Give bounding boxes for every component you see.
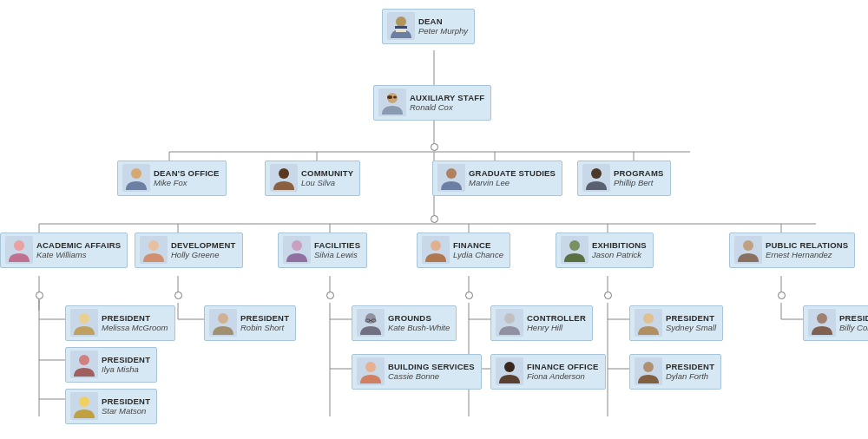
graduate-name: Marvin Lee [469, 178, 510, 187]
president-robin-box: PRESIDENT Robin Short [204, 305, 296, 341]
svg-point-91 [817, 313, 827, 324]
facilities-node: FACILITIES Silvia Lewis [278, 233, 367, 268]
controller-title: CONTROLLER [527, 313, 586, 323]
president-melissa-name: Melissa McGroom [102, 323, 168, 332]
svg-point-54 [591, 168, 602, 179]
finance-name: Lydia Chance [453, 250, 503, 259]
dean-avatar [387, 12, 415, 40]
deans-office-avatar [122, 164, 150, 192]
president-billy-box: PRESIDENT Billy Cordan [803, 305, 868, 341]
development-text: DEVELOPMENT Holly Greene [171, 240, 236, 259]
programs-text: PROGRAMS Phillip Bert [614, 168, 664, 187]
public-relations-box: PUBLIC RELATIONS Ernest Hernandez [729, 233, 855, 268]
president-ilya-title: PRESIDENT [102, 355, 150, 364]
grounds-box: GROUNDS Kate Bush-White [352, 305, 457, 341]
finance-office-avatar [496, 357, 523, 385]
finance-office-box: FINANCE OFFICE Fiona Anderson [490, 354, 606, 390]
development-circle [174, 292, 182, 299]
svg-point-81 [365, 362, 376, 372]
auxiliary-box: AUXILIARY STAFF Ronald Cox [373, 85, 491, 121]
building-services-title: BUILDING SERVICES [388, 362, 475, 371]
svg-point-68 [79, 313, 89, 324]
president-dylan-node: PRESIDENT Dylan Forth [629, 354, 721, 390]
community-avatar [270, 164, 298, 192]
deans-office-name: Mike Fox [154, 178, 187, 187]
controller-box: CONTROLLER Henry Hill [490, 305, 593, 341]
exhibitions-box: EXHIBITIONS Jason Patrick [556, 233, 654, 268]
public-relations-text: PUBLIC RELATIONS Ernest Hernandez [766, 240, 848, 259]
programs-box: PROGRAMS Phillip Bert [577, 161, 671, 196]
programs-node: PROGRAMS Phillip Bert [577, 161, 671, 196]
academic-circle [36, 292, 43, 299]
programs-title: PROGRAMS [614, 168, 664, 178]
svg-point-50 [279, 168, 289, 179]
public-relations-name: Ernest Hernandez [766, 250, 832, 259]
exhibitions-title: EXHIBITIONS [592, 240, 647, 250]
svg-point-72 [79, 396, 89, 407]
finance-office-node: FINANCE OFFICE Fiona Anderson [490, 354, 606, 390]
finance-node: FINANCE Lydia Chance [417, 233, 510, 268]
finance-office-title: FINANCE OFFICE [527, 362, 599, 371]
dean-box: DEAN Peter Murphy [382, 9, 475, 44]
president-ilya-box: PRESIDENT Ilya Misha [65, 347, 157, 383]
dean-title: DEAN [418, 16, 443, 26]
graduate-text: GRADUATE STUDIES Marvin Lee [469, 168, 556, 187]
exhibitions-node: EXHIBITIONS Jason Patrick [556, 233, 654, 268]
svg-point-83 [504, 313, 515, 324]
president-sydney-node: PRESIDENT Sydney Small [629, 305, 723, 341]
academic-title: ACADEMIC AFFAIRS [36, 240, 121, 250]
president-billy-name: Billy Cordan [839, 323, 868, 332]
president-ilya-avatar [70, 351, 98, 378]
svg-point-85 [504, 362, 515, 372]
president-ilya-text: PRESIDENT Ilya Misha [102, 355, 150, 374]
finance-avatar [422, 236, 450, 264]
development-name: Holly Greene [171, 250, 219, 259]
president-billy-node: PRESIDENT Billy Cordan [803, 305, 868, 341]
president-sydney-name: Sydney Small [666, 323, 716, 332]
svg-point-70 [79, 355, 89, 365]
facilities-box: FACILITIES Silvia Lewis [278, 233, 367, 268]
president-melissa-box: PRESIDENT Melissa McGroom [65, 305, 175, 341]
building-services-name: Cassie Bonne [388, 371, 439, 381]
president-dylan-text: PRESIDENT Dylan Forth [666, 362, 714, 381]
svg-point-62 [431, 240, 441, 251]
development-node: DEVELOPMENT Holly Greene [135, 233, 243, 268]
programs-name: Phillip Bert [614, 178, 653, 187]
president-melissa-avatar [70, 309, 98, 337]
president-billy-avatar [808, 309, 836, 337]
svg-point-89 [643, 362, 654, 372]
deans-office-text: DEAN'S OFFICE Mike Fox [154, 168, 220, 187]
exhibitions-text: EXHIBITIONS Jason Patrick [592, 240, 647, 259]
president-sydney-title: PRESIDENT [666, 313, 714, 323]
svg-rect-42 [395, 26, 407, 29]
president-robin-text: PRESIDENT Robin Short [240, 313, 289, 332]
svg-point-48 [131, 168, 141, 179]
president-star-node: PRESIDENT Star Matson [65, 389, 157, 424]
dean-text: DEAN Peter Murphy [418, 16, 468, 36]
finance-text: FINANCE Lydia Chance [453, 240, 503, 259]
president-star-name: Star Matson [102, 406, 146, 416]
grounds-title: GROUNDS [388, 313, 431, 323]
auxiliary-avatar [378, 88, 406, 116]
building-services-avatar [357, 357, 385, 385]
president-ilya-node: PRESIDENT Ilya Misha [65, 347, 157, 383]
grounds-node: GROUNDS Kate Bush-White [352, 305, 457, 341]
finance-box: FINANCE Lydia Chance [417, 233, 510, 268]
exhibitions-avatar [561, 236, 589, 264]
svg-point-58 [148, 240, 159, 251]
facilities-text: FACILITIES Silvia Lewis [314, 240, 360, 259]
president-robin-node: PRESIDENT Robin Short [204, 305, 296, 341]
facilities-name: Silvia Lewis [314, 250, 358, 259]
programs-avatar [582, 164, 610, 192]
grounds-text: GROUNDS Kate Bush-White [388, 313, 450, 332]
president-dylan-avatar [635, 357, 662, 385]
svg-point-66 [743, 240, 753, 251]
exhibitions-name: Jason Patrick [592, 250, 641, 259]
academic-node: ACADEMIC AFFAIRS Kate Williams [0, 233, 128, 268]
dean-node: DEAN Peter Murphy [382, 9, 475, 44]
development-box: DEVELOPMENT Holly Greene [135, 233, 243, 268]
president-ilya-name: Ilya Misha [102, 364, 139, 374]
president-sydney-avatar [635, 309, 662, 337]
svg-point-87 [643, 313, 654, 324]
graduate-node: GRADUATE STUDIES Marvin Lee [432, 161, 562, 196]
